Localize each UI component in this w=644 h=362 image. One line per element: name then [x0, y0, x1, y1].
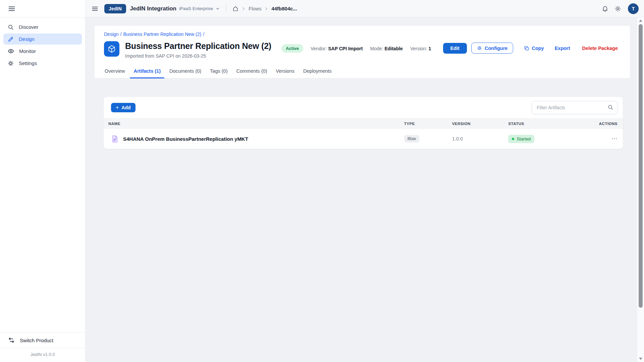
app-logo-badge[interactable]: JedIN	[104, 4, 126, 13]
column-header-actions: ACTIONS	[592, 122, 623, 126]
page-title: Business Partner Replication New (2)	[125, 41, 271, 51]
artifact-type-badge: iflow	[404, 135, 419, 142]
breadcrumb-chevron-icon	[241, 7, 246, 11]
column-header-name: NAME	[104, 122, 404, 126]
tab-artifacts[interactable]: Artifacts (1)	[130, 68, 164, 78]
package-tabs: Overview Artifacts (1) Documents (0) Tag…	[95, 68, 630, 78]
export-button[interactable]: Export	[555, 46, 570, 51]
meta-version: Version:1	[410, 46, 431, 51]
edit-button[interactable]: Edit	[443, 43, 467, 54]
switch-product-label: Switch Product	[20, 338, 53, 343]
artifact-status-badge: Started	[508, 135, 534, 143]
vertical-scrollbar[interactable]	[637, 17, 644, 362]
configure-button[interactable]: Configure	[471, 43, 513, 54]
filter-artifacts-input[interactable]	[532, 101, 618, 114]
breadcrumb-flows-link[interactable]: Flows	[249, 6, 261, 11]
page-breadcrumb: Design/Business Partner Replication New …	[104, 32, 621, 37]
switch-product-button[interactable]: Switch Product	[0, 332, 85, 348]
scrollbar-thumb[interactable]	[639, 24, 643, 308]
chevron-down-icon[interactable]	[215, 6, 220, 11]
sidebar-item-label: Design	[19, 36, 35, 42]
add-artifact-button[interactable]: + Add	[111, 103, 136, 112]
copy-button[interactable]: Copy	[524, 46, 544, 51]
scrollbar-down-arrow[interactable]	[639, 358, 642, 360]
pencil-icon	[8, 36, 14, 42]
package-header-panel: Design/Business Partner Replication New …	[95, 26, 630, 78]
notifications-bell-icon[interactable]	[602, 5, 608, 12]
search-icon	[8, 24, 14, 30]
tab-deployments[interactable]: Deployments	[300, 68, 335, 78]
top-header-bar: JedIN JedIN Integration iPaaS Enterprise…	[86, 0, 644, 17]
swap-arrows-icon	[8, 337, 15, 344]
header-menu-icon[interactable]	[92, 5, 98, 12]
row-actions-menu-button[interactable]: ⋯	[611, 135, 618, 142]
gear-icon	[8, 60, 14, 66]
scrollbar-up-arrow[interactable]	[639, 19, 642, 22]
tab-overview[interactable]: Overview	[101, 68, 128, 78]
table-header-row: NAME TYPE VERSION STATUS ACTIONS	[104, 118, 623, 129]
artifacts-card: + Add NAME TYPE VERSION STATUS ACTIONS S…	[103, 97, 623, 149]
breadcrumb-design-link[interactable]: Design	[104, 32, 119, 37]
meta-mode: Mode:Editable	[370, 46, 402, 51]
home-icon[interactable]	[232, 6, 238, 12]
page-subtitle: Imported from SAP CPI on 2026-03-25	[125, 53, 271, 59]
meta-vendor: Vendor:SAP CPI Import	[311, 46, 363, 51]
user-avatar[interactable]: T	[628, 3, 639, 14]
sidebar-item-label: Settings	[19, 60, 37, 66]
status-badge: Active	[281, 44, 303, 53]
app-version-label: JedIN v1.0.0	[0, 348, 85, 362]
sidebar-item-label: Monitor	[19, 48, 36, 54]
sidebar-item-label: Discover	[19, 24, 38, 30]
column-header-type: TYPE	[404, 122, 452, 126]
table-row[interactable]: S4HANA OnPrem BusinessPartnerReplication…	[104, 129, 623, 149]
sidebar-item-settings[interactable]: Settings	[3, 58, 82, 69]
artifact-name-link[interactable]: S4HANA OnPrem BusinessPartnerReplication…	[123, 136, 248, 142]
status-dot-icon	[512, 138, 514, 140]
theme-sun-icon[interactable]	[614, 5, 621, 12]
package-cube-icon	[104, 41, 119, 57]
sidebar-item-monitor[interactable]: Monitor	[3, 46, 82, 57]
tab-documents[interactable]: Documents (0)	[166, 68, 205, 78]
delete-package-button[interactable]: Delete Package	[582, 46, 618, 51]
column-header-status: STATUS	[508, 122, 592, 126]
breadcrumb-chevron-icon	[264, 7, 268, 11]
eye-icon	[8, 48, 14, 54]
tab-versions[interactable]: Versions	[272, 68, 298, 78]
sidebar: Discover Design Monitor Settings Switc	[0, 0, 86, 362]
breadcrumb-package-link[interactable]: Business Partner Replication New (2)	[123, 32, 201, 37]
copy-icon	[524, 46, 529, 51]
sidebar-menu-icon[interactable]	[8, 5, 15, 12]
search-icon	[607, 104, 613, 110]
product-name: JedIN Integration	[130, 5, 176, 12]
gear-icon	[477, 46, 482, 51]
product-edition: iPaaS Enterprise	[179, 6, 213, 11]
plus-icon: +	[116, 105, 119, 110]
sidebar-item-design[interactable]: Design	[3, 34, 82, 45]
sidebar-nav: Discover Design Monitor Settings	[0, 17, 85, 69]
breadcrumb-current-id: 44fb804c...	[271, 6, 297, 11]
header-divider	[226, 5, 226, 13]
tab-comments[interactable]: Comments (0)	[233, 68, 271, 78]
sidebar-item-discover[interactable]: Discover	[3, 21, 82, 33]
tab-tags[interactable]: Tags (0)	[206, 68, 231, 78]
artifact-version: 1.0.0	[452, 136, 463, 141]
document-icon	[112, 135, 118, 142]
column-header-version: VERSION	[452, 122, 508, 126]
